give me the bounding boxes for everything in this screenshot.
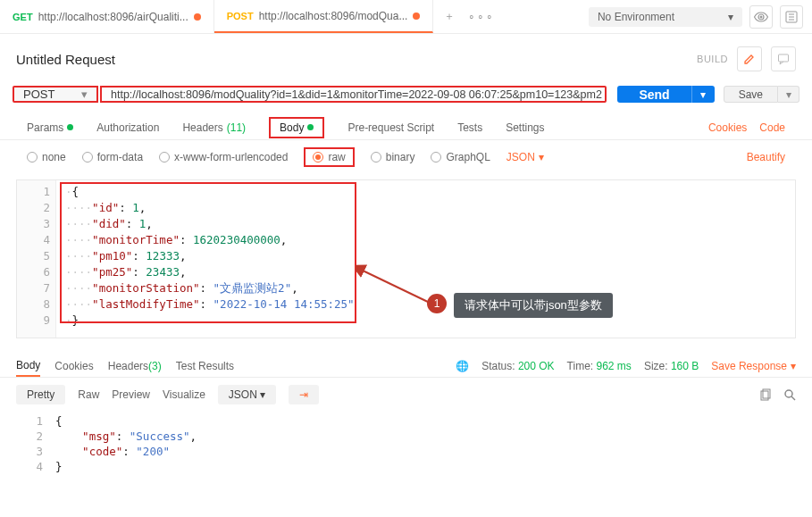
label: x-www-form-urlencoded (174, 151, 288, 163)
label: GraphQL (446, 151, 490, 163)
response-body[interactable]: 1234 { "msg": "Success", "code": "200" } (16, 412, 796, 476)
line-gutter: 123456789 (17, 180, 56, 338)
resp-tab-headers[interactable]: Headers (3) (108, 354, 162, 377)
chevron-down-icon: ▾ (728, 11, 733, 23)
label: JSON (229, 388, 257, 401)
tab-settings[interactable]: Settings (506, 115, 544, 139)
tab-body[interactable]: Body (269, 117, 324, 138)
dot-icon (67, 124, 73, 130)
tab-headers[interactable]: Headers (11) (182, 115, 246, 139)
tab-get[interactable]: GET http://localhost:8096/airQualiti... (0, 0, 214, 33)
label: Headers (182, 121, 222, 134)
radio-icon (82, 152, 93, 163)
label: Body (280, 121, 304, 134)
env-label: No Environment (598, 11, 674, 23)
resp-tab-tests[interactable]: Test Results (176, 354, 234, 377)
code-content[interactable]: ·{ ····"id": 1, ····"did": 1, ····"monit… (56, 180, 364, 338)
tab-label-1: http://localhost:8096/airQualiti... (38, 11, 188, 23)
tab-authorization[interactable]: Authorization (96, 115, 159, 139)
svg-rect-5 (779, 54, 789, 62)
chevron-down-icon: ▾ (791, 360, 796, 372)
radio-none[interactable]: none (27, 151, 66, 163)
beautify-button[interactable]: Beautify (747, 151, 785, 163)
sliders-icon (785, 11, 798, 23)
tab-label-2: http://localhost:8096/modQua... (259, 10, 408, 22)
request-body-editor[interactable]: 123456789 ·{ ····"id": 1, ····"did": 1, … (16, 179, 796, 338)
search-button[interactable] (783, 388, 796, 401)
copy-button[interactable] (760, 388, 773, 401)
label: binary (386, 151, 415, 163)
fmt-visualize[interactable]: Visualize (163, 388, 205, 401)
fmt-pretty[interactable]: Pretty (16, 385, 65, 404)
request-title[interactable]: Untitled Request (16, 52, 115, 67)
resp-tab-body[interactable]: Body (16, 354, 40, 377)
fmt-preview[interactable]: Preview (112, 388, 150, 401)
edit-button[interactable] (737, 46, 762, 71)
url-input[interactable]: http://localhost:8096/modQuality?id=1&di… (100, 86, 607, 103)
resp-content: { "msg": "Success", "code": "200" } (48, 412, 204, 476)
status-wrap: Status: 200 OK (481, 360, 554, 372)
copy-icon (760, 388, 773, 401)
radio-formdata[interactable]: form-data (82, 151, 143, 163)
body-type-select[interactable]: JSON▾ (506, 151, 544, 163)
fmt-raw[interactable]: Raw (78, 388, 99, 401)
save-button[interactable]: Save (724, 86, 778, 103)
headers-count: (11) (227, 121, 246, 134)
annotation-text: 请求体中可以带json型参数 (454, 293, 613, 318)
save-dropdown[interactable]: ▾ (778, 86, 799, 103)
env-preview-button[interactable] (749, 5, 773, 29)
link-cookies[interactable]: Cookies (708, 121, 747, 134)
tab-more-button[interactable]: ∘∘∘ (465, 11, 498, 23)
build-label: BUILD (697, 54, 728, 64)
time-wrap: Time: 962 ms (567, 360, 632, 372)
environment-select[interactable]: No Environment ▾ (589, 7, 742, 27)
resp-gutter: 1234 (16, 412, 48, 476)
chevron-down-icon: ▾ (539, 151, 544, 163)
unsaved-dot-icon (194, 13, 201, 21)
wrap-toggle[interactable]: ⇥ (289, 385, 319, 404)
tab-prerequest[interactable]: Pre-request Script (347, 115, 434, 139)
save-response-button[interactable]: Save Response ▾ (711, 360, 796, 372)
label: raw (328, 151, 345, 163)
tab-method-post: POST (227, 11, 254, 21)
chevron-down-icon: ▾ (81, 88, 88, 101)
add-tab-button[interactable]: ＋ (433, 9, 465, 24)
radio-icon (27, 152, 38, 163)
radio-graphql[interactable]: GraphQL (431, 151, 490, 163)
eye-icon (754, 12, 768, 22)
label: Params (27, 121, 63, 134)
radio-binary[interactable]: binary (371, 151, 415, 163)
tab-params[interactable]: Params (27, 115, 73, 139)
send-button[interactable]: Send (617, 86, 691, 103)
label: Headers (108, 360, 148, 372)
comments-button[interactable] (771, 46, 796, 71)
pencil-icon (743, 53, 756, 65)
unsaved-dot-icon (413, 13, 420, 20)
method-value: POST (23, 88, 54, 101)
svg-point-9 (785, 390, 792, 397)
send-dropdown[interactable]: ▾ (691, 86, 715, 103)
globe-icon[interactable]: 🌐 (456, 360, 469, 372)
comment-icon (777, 53, 790, 65)
label: none (42, 151, 66, 163)
radio-icon (431, 152, 441, 163)
method-select[interactable]: POST ▾ (13, 86, 98, 103)
resp-type-select[interactable]: JSON ▾ (218, 385, 276, 404)
radio-icon (371, 152, 381, 163)
label: form-data (97, 151, 143, 163)
dot-icon (307, 124, 314, 130)
annotation-number: 1 (427, 294, 447, 313)
radio-raw[interactable]: raw (304, 147, 354, 167)
radio-icon (313, 152, 323, 163)
resp-tab-cookies[interactable]: Cookies (54, 354, 93, 377)
tab-post[interactable]: POST http://localhost:8096/modQua... (214, 0, 434, 33)
svg-line-10 (791, 396, 795, 400)
size-wrap: Size: 160 B (644, 360, 699, 372)
radio-xwww[interactable]: x-www-form-urlencoded (159, 151, 288, 163)
radio-icon (159, 152, 170, 163)
label: JSON (506, 151, 535, 163)
link-code[interactable]: Code (759, 121, 785, 134)
env-settings-button[interactable] (780, 5, 803, 29)
tab-method-get: GET (13, 12, 33, 22)
tab-tests[interactable]: Tests (457, 115, 482, 139)
